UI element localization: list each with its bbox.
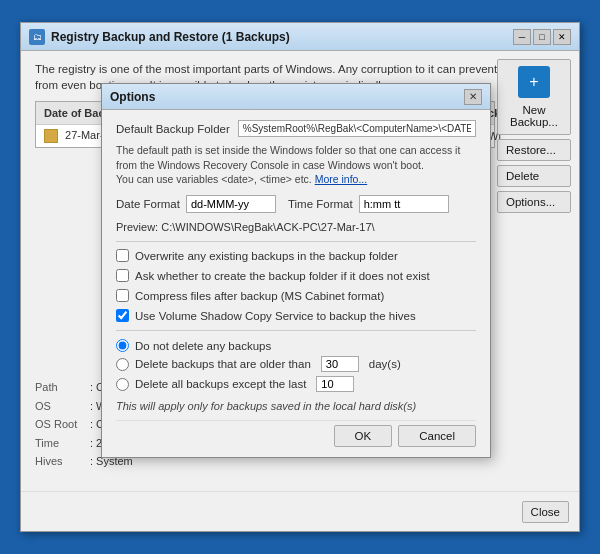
ask-create-label: Ask whether to create the backup folder …	[135, 268, 430, 284]
radio-section: Do not delete any backups Delete backups…	[116, 339, 476, 392]
folder-icon	[44, 129, 58, 143]
no-delete-label: Do not delete any backups	[135, 340, 271, 352]
main-window-title: Registry Backup and Restore (1 Backups)	[51, 30, 513, 44]
dialog-title: Options	[110, 90, 464, 104]
cancel-button[interactable]: Cancel	[398, 425, 476, 447]
delete-except-label: Delete all backups except the last	[135, 378, 306, 390]
dialog-title-bar: Options ✕	[102, 84, 490, 110]
checkbox-row-1: Overwrite any existing backups in the ba…	[116, 248, 476, 264]
preview-value: C:\WINDOWS\RegBak\ACK-PC\27-Mar-17\	[161, 221, 374, 233]
compress-checkbox[interactable]	[116, 289, 129, 302]
preview-row: Preview: C:\WINDOWS\RegBak\ACK-PC\27-Mar…	[116, 221, 476, 233]
checkboxes-group: Overwrite any existing backups in the ba…	[116, 248, 476, 324]
main-title-bar: 🗂 Registry Backup and Restore (1 Backups…	[21, 23, 579, 51]
radio-row-3: Delete all backups except the last	[116, 376, 476, 392]
overwrite-label: Overwrite any existing backups in the ba…	[135, 248, 398, 264]
os-label: OS	[35, 398, 90, 416]
more-info-link[interactable]: More info...	[315, 173, 368, 185]
no-delete-radio[interactable]	[116, 339, 129, 352]
dialog-buttons: OK Cancel	[116, 420, 476, 447]
overwrite-checkbox[interactable]	[116, 249, 129, 262]
time-format-input[interactable]	[359, 195, 449, 213]
delete-older-label-pre: Delete backups that are older than	[135, 358, 311, 370]
restore-button[interactable]: Restore...	[497, 139, 571, 161]
apply-text: This will apply only for backups saved i…	[116, 400, 476, 412]
preview-label: Preview:	[116, 221, 158, 233]
maximize-button[interactable]: □	[533, 29, 551, 45]
delete-older-label-post: day(s)	[369, 358, 401, 370]
radio-row-1: Do not delete any backups	[116, 339, 476, 352]
ok-button[interactable]: OK	[334, 425, 393, 447]
vss-checkbox[interactable]	[116, 309, 129, 322]
main-window-icon: 🗂	[29, 29, 45, 45]
dialog-close-button[interactable]: ✕	[464, 89, 482, 105]
compress-label: Compress files after backup (MS Cabinet …	[135, 288, 384, 304]
ask-create-checkbox[interactable]	[116, 269, 129, 282]
radio-row-2: Delete backups that are older than day(s…	[116, 356, 476, 372]
divider-2	[116, 330, 476, 331]
time-label: Time	[35, 435, 90, 453]
delete-except-radio[interactable]	[116, 378, 129, 391]
path-label: Path	[35, 379, 90, 397]
new-backup-button[interactable]: + New Backup...	[497, 59, 571, 135]
delete-older-input[interactable]	[321, 356, 359, 372]
dialog-content: Default Backup Folder The default path i…	[102, 110, 490, 457]
options-button[interactable]: Options...	[497, 191, 571, 213]
hives-label: Hives	[35, 453, 90, 471]
delete-older-radio[interactable]	[116, 358, 129, 371]
options-dialog: Options ✕ Default Backup Folder The defa…	[101, 83, 491, 458]
backup-folder-row: Default Backup Folder	[116, 120, 476, 137]
checkbox-row-4: Use Volume Shadow Copy Service to backup…	[116, 308, 476, 324]
checkbox-row-3: Compress files after backup (MS Cabinet …	[116, 288, 476, 304]
delete-except-input[interactable]	[316, 376, 354, 392]
main-window: 🗂 Registry Backup and Restore (1 Backups…	[20, 22, 580, 532]
date-format-group: Date Format	[116, 195, 276, 213]
delete-button[interactable]: Delete	[497, 165, 571, 187]
time-format-group: Time Format	[288, 195, 449, 213]
checkbox-row-2: Ask whether to create the backup folder …	[116, 268, 476, 284]
date-format-input[interactable]	[186, 195, 276, 213]
osroot-label: OS Root	[35, 416, 90, 434]
main-close-btn[interactable]: Close	[522, 501, 569, 523]
right-panel: + New Backup... Restore... Delete Option…	[489, 51, 579, 221]
minimize-button[interactable]: ─	[513, 29, 531, 45]
vss-label: Use Volume Shadow Copy Service to backup…	[135, 308, 416, 324]
time-format-label: Time Format	[288, 198, 353, 210]
main-close-button[interactable]: ✕	[553, 29, 571, 45]
divider-1	[116, 241, 476, 242]
format-row: Date Format Time Format	[116, 195, 476, 213]
date-format-label: Date Format	[116, 198, 180, 210]
main-bottom-bar: Close	[21, 491, 579, 531]
backup-folder-input[interactable]	[238, 120, 476, 137]
help-text: The default path is set inside the Windo…	[116, 143, 476, 187]
new-backup-icon: +	[518, 66, 550, 98]
backup-folder-label: Default Backup Folder	[116, 123, 230, 135]
main-window-controls: ─ □ ✕	[513, 29, 571, 45]
